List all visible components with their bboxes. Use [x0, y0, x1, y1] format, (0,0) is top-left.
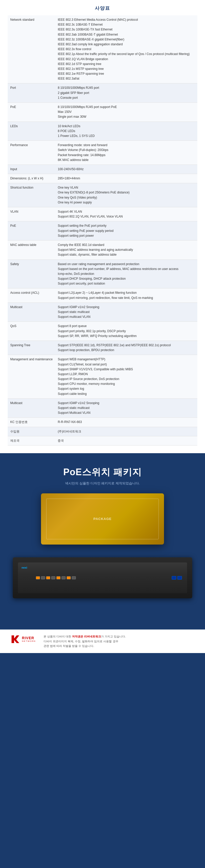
- row-value: 100-240V/50-60Hz: [55, 164, 197, 174]
- row-value: 285×180×44mm: [55, 174, 197, 183]
- row-label: VLAN: [8, 207, 55, 221]
- table-row: KC 인증번호R-R-RN7-NX-663: [8, 417, 197, 427]
- river-r-icon: [10, 634, 21, 644]
- row-value: 10 link/Act LEDs8 POE LEDs1 Power LEDs, …: [55, 122, 197, 141]
- row-label: Dimensions: (L x W x H): [8, 174, 55, 183]
- row-label: 제조국: [8, 436, 55, 445]
- row-value: 8 10/100/1000Mbps RJ45 port support PoEM…: [55, 103, 197, 122]
- svg-marker-0: [11, 636, 19, 643]
- nexi-logo: nexi: [22, 566, 27, 569]
- table-row: Spanning TreeSupport STP(IEEE 802.1d), R…: [8, 341, 197, 355]
- river-sub: NETWORK: [22, 640, 36, 642]
- river-text: RIVER NETWORK: [22, 636, 36, 642]
- package-section: PoE스위치 패키지 넥시만의 심플한 디자인 패키지로 제작되었습니다. PA…: [0, 453, 205, 552]
- package-title: PoE스위치 패키지: [8, 466, 197, 478]
- notice-line1: 본 상품의 디바이 대한: [43, 635, 72, 638]
- row-value: IEEE 802.3 Ethernet Media Access Control…: [55, 16, 197, 84]
- package-subtitle: 넥시만의 심플한 디자인 패키지로 제작되었습니다.: [8, 481, 197, 486]
- package-box-label: PACKAGE: [93, 517, 112, 521]
- table-row: Shortcut functionOne key VLANOne key EXT…: [8, 183, 197, 207]
- port-8: [72, 576, 76, 579]
- row-value: Forwarding mode: store and forwardSwitch…: [55, 141, 197, 165]
- spec-table: Network standardIEEE 802.3 Ethernet Medi…: [8, 16, 197, 445]
- port-2: [41, 576, 45, 579]
- row-value: Support IGMP v1/v2 SnoopingSupport stati…: [55, 398, 197, 417]
- sfp-port-1: [172, 576, 176, 580]
- port-4: [51, 576, 55, 579]
- table-row: Management and maintenanceSupport WEB ma…: [8, 355, 197, 399]
- row-value: Support IGMP v1/v2 SnoopingSupport stati…: [55, 303, 197, 322]
- row-label: Spanning Tree: [8, 341, 55, 355]
- row-label: Safety: [8, 259, 55, 288]
- row-label: Multicast: [8, 398, 55, 417]
- device-front: nexi: [18, 562, 187, 593]
- port-5: [56, 576, 60, 579]
- row-value: Support 8 port queueSupport port priorit…: [55, 322, 197, 341]
- row-label: Input: [8, 164, 55, 174]
- row-value: R-R-RN7-NX-663: [55, 417, 197, 427]
- device-section: nexi: [0, 552, 205, 629]
- row-label: Access control (ACL): [8, 288, 55, 303]
- notice-line4: 관련 법에 따라 처벌을 받을 수 있습니다.: [43, 644, 94, 647]
- table-row: MulticastSupport IGMP v1/v2 SnoopingSupp…: [8, 398, 197, 417]
- spec-section: 사양표 Network standardIEEE 802.3 Ethernet …: [0, 0, 205, 453]
- row-value: Support WEB management(HTTP)Support CLI(…: [55, 355, 197, 399]
- footer-logo: RIVER NETWORK: [8, 634, 38, 644]
- row-value: Support STP(IEEE 802.1d), RSTP(IEEE 802.…: [55, 341, 197, 355]
- row-value: Support 4K VLANSupport 802.1Q VLAN, Port…: [55, 207, 197, 221]
- river-logo: RIVER NETWORK: [10, 634, 36, 644]
- footer-section: RIVER NETWORK 본 상품의 디바이 대한 저작권은 리버네트워크가 …: [0, 629, 205, 653]
- row-label: Performance: [8, 141, 55, 165]
- notice-highlight: 저작권은 리버네트워크: [72, 635, 101, 638]
- row-label: PoE: [8, 221, 55, 241]
- package-box: PACKAGE: [41, 493, 164, 545]
- row-value: (주)리버네트워크: [55, 427, 197, 436]
- table-row: MAC address tableComply the IEEE 802.1d …: [8, 240, 197, 259]
- row-label: MAC address table: [8, 240, 55, 259]
- row-value: 8 10/100/1000Mbps RJ45 port2 gigabit SFP…: [55, 84, 197, 103]
- table-row: PoESupport setting the PoE port priority…: [8, 221, 197, 241]
- port-3: [46, 576, 50, 579]
- row-label: Management and maintenance: [8, 355, 55, 399]
- row-label: PoE: [8, 103, 55, 122]
- river-name: RIVER: [22, 636, 36, 640]
- port-6: [61, 576, 66, 579]
- row-value: Comply the IEEE 802.1d standardSupport M…: [55, 240, 197, 259]
- table-row: PerformanceForwarding mode: store and fo…: [8, 141, 197, 165]
- package-box-inner: PACKAGE: [46, 498, 159, 539]
- row-value: 중국: [55, 436, 197, 445]
- table-row: 수입원(주)리버네트워크: [8, 427, 197, 436]
- sfp-port-2: [177, 576, 182, 580]
- notice-line2: 가 가지고 있습니다.: [101, 635, 126, 638]
- table-row: Access control (ACL)Support L2(Layer 2) …: [8, 288, 197, 303]
- table-row: Input100-240V/50-60Hz: [8, 164, 197, 174]
- row-value: Based on user rating management and pass…: [55, 259, 197, 288]
- row-label: Multicast: [8, 303, 55, 322]
- row-label: LEDs: [8, 122, 55, 141]
- row-value: One key VLANOne key EXTEND(1-8 port 250m…: [55, 183, 197, 207]
- row-value: Support setting the PoE port prioritySup…: [55, 221, 197, 241]
- table-row: PoE8 10/100/1000Mbps RJ45 port support P…: [8, 103, 197, 122]
- table-row: Dimensions: (L x W x H)285×180×44mm: [8, 174, 197, 183]
- row-label: 수입원: [8, 427, 55, 436]
- row-label: KC 인증번호: [8, 417, 55, 427]
- notice-line3: 디바이 외관이미지 복제, 수정, 발화하여 임의로 사용할 경우: [43, 640, 118, 643]
- footer-notice: 본 상품의 디바이 대한 저작권은 리버네트워크가 가지고 있습니다. 디바이 …: [43, 634, 126, 648]
- row-label: Network standard: [8, 16, 55, 84]
- table-row: Network standardIEEE 802.3 Ethernet Medi…: [8, 16, 197, 84]
- table-row: 제조국중국: [8, 436, 197, 445]
- table-row: QoSSupport 8 port queueSupport port prio…: [8, 322, 197, 341]
- port-7: [67, 576, 71, 579]
- device-image: nexi: [13, 557, 192, 598]
- row-label: Port: [8, 84, 55, 103]
- row-value: Support L2(Layer 2) ~ L4(Layer 4) packet…: [55, 288, 197, 303]
- port-1: [36, 576, 40, 579]
- table-row: LEDs10 link/Act LEDs8 POE LEDs1 Power LE…: [8, 122, 197, 141]
- row-label: Shortcut function: [8, 183, 55, 207]
- port-group: [36, 576, 76, 579]
- sfp-group: [172, 576, 182, 580]
- table-row: VLANSupport 4K VLANSupport 802.1Q VLAN, …: [8, 207, 197, 221]
- row-label: QoS: [8, 322, 55, 341]
- table-row: Port8 10/100/1000Mbps RJ45 port2 gigabit…: [8, 84, 197, 103]
- spec-table-title: 사양표: [8, 5, 197, 11]
